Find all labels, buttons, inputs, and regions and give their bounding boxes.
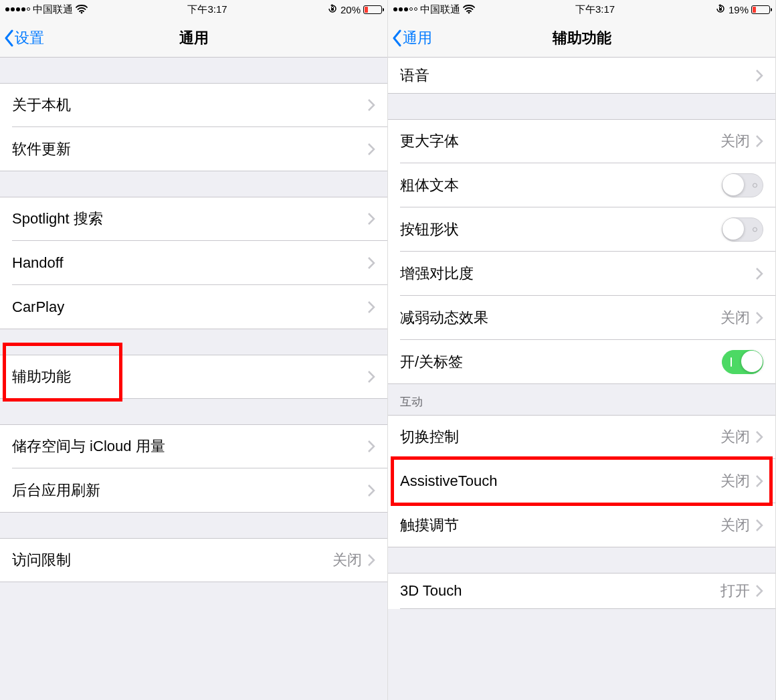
row-handoff[interactable]: Handoff [0,241,387,285]
highlight-accessibility [4,344,121,400]
page-title: 辅助功能 [553,28,611,48]
highlight-assistivetouch [392,458,771,505]
battery-icon [751,5,770,14]
page-title: 通用 [179,28,209,48]
row-label: 储存空间与 iCloud 用量 [12,436,165,456]
row-label: 切换控制 [400,427,459,447]
row-3d-touch[interactable]: 3D Touch 打开 [388,573,775,609]
signal-dots-icon [393,7,417,11]
svg-rect-3 [719,8,722,11]
svg-rect-1 [331,8,334,11]
row-reduce-motion[interactable]: 减弱动态效果 关闭 [388,296,775,340]
row-label: 粗体文本 [400,175,459,195]
svg-point-2 [468,12,470,14]
row-label: 按钮形状 [400,220,459,240]
row-button-shapes[interactable]: 按钮形状 [388,207,775,252]
chevron-right-icon [755,135,763,148]
row-value: 关闭 [720,308,750,328]
row-label: 触摸调节 [400,515,459,535]
row-about[interactable]: 关于本机 [0,83,387,127]
row-storage-icloud[interactable]: 储存空间与 iCloud 用量 [0,424,387,468]
chevron-right-icon [367,300,375,314]
row-touch-accommodations[interactable]: 触摸调节 关闭 [388,503,775,547]
rotation-lock-icon [715,4,726,15]
row-label: 语音 [400,66,429,86]
battery-pct-label: 19% [729,4,749,15]
status-right: 20% [327,4,382,15]
bold-text-toggle[interactable] [722,173,763,197]
chevron-right-icon [367,370,375,383]
chevron-right-icon [755,311,763,325]
row-bold-text[interactable]: 粗体文本 [388,163,775,207]
content[interactable]: 语音 更大字体 关闭 粗体文本 按钮形状 增强对比度 减弱动态效果 关闭 [388,58,775,700]
status-bar: 中国联通 下午3:17 20% [0,0,387,19]
chevron-right-icon [367,484,375,497]
chevron-right-icon [367,212,375,226]
section-header-interactive: 互动 [388,384,775,415]
chevron-right-icon [755,584,763,598]
row-value: 关闭 [720,515,750,535]
row-background-refresh[interactable]: 后台应用刷新 [0,468,387,513]
back-label: 设置 [15,28,44,48]
svg-point-0 [81,12,83,14]
back-label: 通用 [403,28,432,48]
row-label: 关于本机 [12,95,71,115]
row-label: 增强对比度 [400,264,474,284]
back-button[interactable]: 通用 [388,28,432,48]
row-restrictions[interactable]: 访问限制 关闭 [0,538,387,582]
row-value: 关闭 [720,427,750,447]
chevron-right-icon [755,430,763,444]
button-shapes-toggle[interactable] [722,217,763,242]
nav-bar: 设置 通用 [0,19,387,58]
chevron-right-icon [367,143,375,156]
chevron-right-icon [367,98,375,112]
status-left: 中国联通 [393,3,475,16]
back-button[interactable]: 设置 [0,28,44,48]
rotation-lock-icon [327,4,338,15]
row-value: 关闭 [720,131,750,151]
row-label: Handoff [12,254,64,272]
chevron-right-icon [367,256,375,270]
time-label: 下午3:17 [575,3,615,16]
row-label: 3D Touch [400,582,462,600]
row-value: 打开 [720,581,750,601]
row-voice[interactable]: 语音 [388,58,775,94]
row-carplay[interactable]: CarPlay [0,285,387,329]
row-value: 关闭 [332,550,362,570]
wifi-icon [76,5,88,14]
time-label: 下午3:17 [187,3,227,16]
carrier-label: 中国联通 [420,3,460,16]
chevron-right-icon [367,440,375,453]
left-phone: 中国联通 下午3:17 20% 设置 通用 关于本机 [0,0,388,700]
row-spotlight[interactable]: Spotlight 搜索 [0,197,387,241]
right-phone: 中国联通 下午3:17 19% 通用 辅助功能 语音 [388,0,776,700]
row-label: 开/关标签 [400,352,463,372]
row-label: 访问限制 [12,550,71,570]
on-off-labels-toggle[interactable] [722,350,763,374]
row-label: Spotlight 搜索 [12,209,103,229]
status-left: 中国联通 [5,3,88,16]
battery-fill [365,7,368,13]
row-label: CarPlay [12,298,64,316]
chevron-right-icon [755,69,763,82]
carrier-label: 中国联通 [33,3,73,16]
status-right: 19% [715,4,770,15]
battery-icon [363,5,382,14]
content[interactable]: 关于本机 软件更新 Spotlight 搜索 Handoff CarPlay 辅… [0,58,387,700]
row-label: 更大字体 [400,131,459,151]
row-label: 后台应用刷新 [12,480,100,501]
nav-bar: 通用 辅助功能 [388,19,775,58]
row-on-off-labels[interactable]: 开/关标签 [388,340,775,384]
row-increase-contrast[interactable]: 增强对比度 [388,252,775,296]
battery-fill [753,7,756,13]
chevron-right-icon [367,553,375,567]
status-bar: 中国联通 下午3:17 19% [388,0,775,19]
chevron-right-icon [755,519,763,532]
row-label: 软件更新 [12,139,71,159]
wifi-icon [463,5,475,14]
row-switch-control[interactable]: 切换控制 关闭 [388,415,775,459]
chevron-right-icon [755,267,763,280]
battery-pct-label: 20% [341,4,361,15]
row-larger-text[interactable]: 更大字体 关闭 [388,119,775,163]
row-software-update[interactable]: 软件更新 [0,127,387,171]
